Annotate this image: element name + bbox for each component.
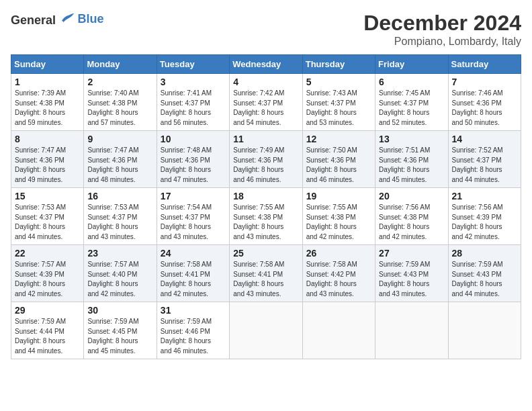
- calendar-week-row: 22Sunrise: 7:57 AMSunset: 4:39 PMDayligh…: [11, 245, 521, 302]
- day-number: 5: [306, 77, 371, 87]
- day-info: Sunrise: 7:46 AMSunset: 4:36 PMDaylight:…: [452, 89, 517, 128]
- day-info: Sunrise: 7:47 AMSunset: 4:36 PMDaylight:…: [87, 146, 152, 185]
- day-info: Sunrise: 7:58 AMSunset: 4:42 PMDaylight:…: [306, 260, 371, 299]
- day-number: 31: [161, 305, 226, 316]
- logo-general-text: General: [11, 13, 56, 27]
- calendar-header-wednesday: Wednesday: [230, 55, 302, 74]
- day-number: 21: [452, 191, 517, 201]
- calendar-cell: 18Sunrise: 7:55 AMSunset: 4:38 PMDayligh…: [230, 188, 302, 245]
- calendar-cell: 23Sunrise: 7:57 AMSunset: 4:40 PMDayligh…: [84, 245, 157, 302]
- day-info: Sunrise: 7:53 AMSunset: 4:37 PMDaylight:…: [15, 203, 80, 242]
- day-number: 14: [452, 134, 517, 144]
- calendar-cell: 29Sunrise: 7:59 AMSunset: 4:44 PMDayligh…: [11, 302, 84, 359]
- calendar-header-sunday: Sunday: [11, 55, 84, 74]
- day-number: 8: [15, 134, 80, 144]
- calendar-cell: [230, 302, 302, 359]
- day-number: 10: [161, 134, 226, 144]
- day-number: 28: [452, 248, 517, 259]
- day-info: Sunrise: 7:59 AMSunset: 4:46 PMDaylight:…: [161, 317, 226, 356]
- calendar-header-tuesday: Tuesday: [157, 55, 229, 74]
- day-number: 17: [161, 191, 226, 201]
- day-info: Sunrise: 7:50 AMSunset: 4:36 PMDaylight:…: [306, 146, 371, 185]
- day-info: Sunrise: 7:48 AMSunset: 4:36 PMDaylight:…: [161, 146, 226, 185]
- day-info: Sunrise: 7:51 AMSunset: 4:36 PMDaylight:…: [379, 146, 444, 185]
- day-info: Sunrise: 7:59 AMSunset: 4:45 PMDaylight:…: [87, 317, 152, 356]
- calendar-header-friday: Friday: [375, 55, 448, 74]
- day-number: 9: [87, 134, 152, 144]
- day-number: 30: [87, 305, 152, 316]
- calendar-cell: 30Sunrise: 7:59 AMSunset: 4:45 PMDayligh…: [84, 302, 157, 359]
- day-number: 11: [233, 134, 298, 144]
- day-info: Sunrise: 7:55 AMSunset: 4:38 PMDaylight:…: [233, 203, 298, 242]
- day-info: Sunrise: 7:58 AMSunset: 4:41 PMDaylight:…: [161, 260, 226, 299]
- calendar-cell: 17Sunrise: 7:54 AMSunset: 4:37 PMDayligh…: [157, 188, 229, 245]
- day-number: 1: [15, 77, 80, 87]
- calendar-cell: 19Sunrise: 7:55 AMSunset: 4:38 PMDayligh…: [302, 188, 375, 245]
- day-number: 6: [379, 77, 444, 87]
- calendar-cell: 1Sunrise: 7:39 AMSunset: 4:38 PMDaylight…: [11, 74, 84, 131]
- calendar-cell: 8Sunrise: 7:47 AMSunset: 4:36 PMDaylight…: [11, 131, 84, 188]
- calendar-cell: 26Sunrise: 7:58 AMSunset: 4:42 PMDayligh…: [302, 245, 375, 302]
- calendar-table: SundayMondayTuesdayWednesdayThursdayFrid…: [11, 54, 521, 359]
- location-title: Pompiano, Lombardy, Italy: [363, 36, 521, 48]
- calendar-week-row: 8Sunrise: 7:47 AMSunset: 4:36 PMDaylight…: [11, 131, 521, 188]
- calendar-cell: 27Sunrise: 7:59 AMSunset: 4:43 PMDayligh…: [375, 245, 448, 302]
- logo-blue-text: Blue: [78, 12, 104, 26]
- day-info: Sunrise: 7:40 AMSunset: 4:38 PMDaylight:…: [87, 89, 152, 128]
- day-number: 3: [161, 77, 226, 87]
- day-number: 13: [379, 134, 444, 144]
- day-number: 2: [87, 77, 152, 87]
- calendar-cell: 24Sunrise: 7:58 AMSunset: 4:41 PMDayligh…: [157, 245, 229, 302]
- calendar-cell: [448, 302, 521, 359]
- day-number: 24: [161, 248, 226, 259]
- calendar-cell: 12Sunrise: 7:50 AMSunset: 4:36 PMDayligh…: [302, 131, 375, 188]
- calendar-cell: 14Sunrise: 7:52 AMSunset: 4:37 PMDayligh…: [448, 131, 521, 188]
- calendar-week-row: 29Sunrise: 7:59 AMSunset: 4:44 PMDayligh…: [11, 302, 521, 359]
- calendar-cell: [302, 302, 375, 359]
- calendar-week-row: 1Sunrise: 7:39 AMSunset: 4:38 PMDaylight…: [11, 74, 521, 131]
- day-number: 29: [15, 305, 80, 316]
- day-info: Sunrise: 7:41 AMSunset: 4:37 PMDaylight:…: [161, 89, 226, 128]
- header: General Blue December 2024 Pompiano, Lom…: [11, 11, 521, 48]
- calendar-cell: 16Sunrise: 7:53 AMSunset: 4:37 PMDayligh…: [84, 188, 157, 245]
- logo-bird-icon: [59, 11, 75, 24]
- calendar-cell: 13Sunrise: 7:51 AMSunset: 4:36 PMDayligh…: [375, 131, 448, 188]
- calendar-cell: 20Sunrise: 7:56 AMSunset: 4:38 PMDayligh…: [375, 188, 448, 245]
- day-number: 22: [15, 248, 80, 259]
- day-info: Sunrise: 7:42 AMSunset: 4:37 PMDaylight:…: [233, 89, 298, 128]
- day-info: Sunrise: 7:53 AMSunset: 4:37 PMDaylight:…: [87, 203, 152, 242]
- day-info: Sunrise: 7:52 AMSunset: 4:37 PMDaylight:…: [452, 146, 517, 185]
- day-info: Sunrise: 7:59 AMSunset: 4:43 PMDaylight:…: [379, 260, 444, 299]
- day-number: 19: [306, 191, 371, 201]
- day-number: 4: [233, 77, 298, 87]
- calendar-cell: 22Sunrise: 7:57 AMSunset: 4:39 PMDayligh…: [11, 245, 84, 302]
- day-info: Sunrise: 7:55 AMSunset: 4:38 PMDaylight:…: [306, 203, 371, 242]
- day-info: Sunrise: 7:59 AMSunset: 4:43 PMDaylight:…: [452, 260, 517, 299]
- day-number: 16: [87, 191, 152, 201]
- calendar-cell: 10Sunrise: 7:48 AMSunset: 4:36 PMDayligh…: [157, 131, 229, 188]
- day-info: Sunrise: 7:56 AMSunset: 4:39 PMDaylight:…: [452, 203, 517, 242]
- day-number: 23: [87, 248, 152, 259]
- calendar-cell: 25Sunrise: 7:58 AMSunset: 4:41 PMDayligh…: [230, 245, 302, 302]
- calendar-cell: 4Sunrise: 7:42 AMSunset: 4:37 PMDaylight…: [230, 74, 302, 131]
- day-info: Sunrise: 7:49 AMSunset: 4:36 PMDaylight:…: [233, 146, 298, 185]
- calendar-header-monday: Monday: [84, 55, 157, 74]
- day-info: Sunrise: 7:54 AMSunset: 4:37 PMDaylight:…: [161, 203, 226, 242]
- calendar-header-saturday: Saturday: [448, 55, 521, 74]
- calendar-cell: [375, 302, 448, 359]
- day-info: Sunrise: 7:56 AMSunset: 4:38 PMDaylight:…: [379, 203, 444, 242]
- day-info: Sunrise: 7:43 AMSunset: 4:37 PMDaylight:…: [306, 89, 371, 128]
- calendar-week-row: 15Sunrise: 7:53 AMSunset: 4:37 PMDayligh…: [11, 188, 521, 245]
- day-info: Sunrise: 7:59 AMSunset: 4:44 PMDaylight:…: [15, 317, 80, 356]
- calendar-cell: 2Sunrise: 7:40 AMSunset: 4:38 PMDaylight…: [84, 74, 157, 131]
- day-number: 27: [379, 248, 444, 259]
- calendar-cell: 31Sunrise: 7:59 AMSunset: 4:46 PMDayligh…: [157, 302, 229, 359]
- day-info: Sunrise: 7:58 AMSunset: 4:41 PMDaylight:…: [233, 260, 298, 299]
- calendar-cell: 7Sunrise: 7:46 AMSunset: 4:36 PMDaylight…: [448, 74, 521, 131]
- calendar-cell: 9Sunrise: 7:47 AMSunset: 4:36 PMDaylight…: [84, 131, 157, 188]
- calendar-header-row: SundayMondayTuesdayWednesdayThursdayFrid…: [11, 55, 521, 74]
- day-info: Sunrise: 7:57 AMSunset: 4:39 PMDaylight:…: [15, 260, 80, 299]
- calendar-cell: 21Sunrise: 7:56 AMSunset: 4:39 PMDayligh…: [448, 188, 521, 245]
- day-number: 15: [15, 191, 80, 201]
- title-area: December 2024 Pompiano, Lombardy, Italy: [363, 11, 521, 48]
